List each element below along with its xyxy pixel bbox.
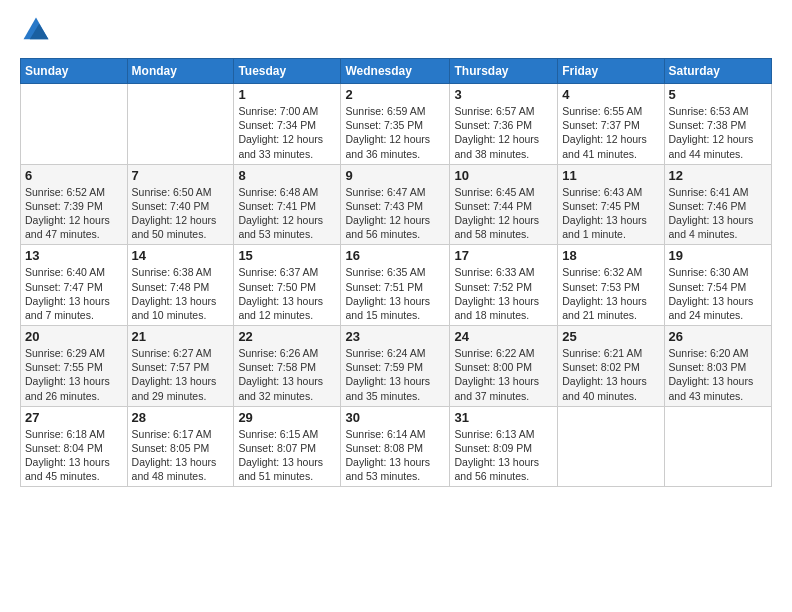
day-info: Sunrise: 6:35 AM Sunset: 7:51 PM Dayligh…	[345, 265, 445, 322]
calendar-day-cell: 22Sunrise: 6:26 AM Sunset: 7:58 PM Dayli…	[234, 326, 341, 407]
calendar-day-cell: 17Sunrise: 6:33 AM Sunset: 7:52 PM Dayli…	[450, 245, 558, 326]
day-number: 2	[345, 87, 445, 102]
day-number: 31	[454, 410, 553, 425]
calendar-day-cell: 1Sunrise: 7:00 AM Sunset: 7:34 PM Daylig…	[234, 84, 341, 165]
day-number: 11	[562, 168, 659, 183]
day-number: 7	[132, 168, 230, 183]
day-number: 23	[345, 329, 445, 344]
day-info: Sunrise: 6:14 AM Sunset: 8:08 PM Dayligh…	[345, 427, 445, 484]
day-number: 13	[25, 248, 123, 263]
day-number: 15	[238, 248, 336, 263]
day-number: 12	[669, 168, 767, 183]
day-number: 6	[25, 168, 123, 183]
day-number: 5	[669, 87, 767, 102]
day-number: 19	[669, 248, 767, 263]
day-info: Sunrise: 6:18 AM Sunset: 8:04 PM Dayligh…	[25, 427, 123, 484]
weekday-header-cell: Friday	[558, 59, 664, 84]
calendar-week-row: 13Sunrise: 6:40 AM Sunset: 7:47 PM Dayli…	[21, 245, 772, 326]
day-info: Sunrise: 6:29 AM Sunset: 7:55 PM Dayligh…	[25, 346, 123, 403]
weekday-header-cell: Thursday	[450, 59, 558, 84]
calendar-body: 1Sunrise: 7:00 AM Sunset: 7:34 PM Daylig…	[21, 84, 772, 487]
calendar-day-cell: 15Sunrise: 6:37 AM Sunset: 7:50 PM Dayli…	[234, 245, 341, 326]
calendar-day-cell: 5Sunrise: 6:53 AM Sunset: 7:38 PM Daylig…	[664, 84, 771, 165]
day-info: Sunrise: 6:27 AM Sunset: 7:57 PM Dayligh…	[132, 346, 230, 403]
calendar-day-cell: 16Sunrise: 6:35 AM Sunset: 7:51 PM Dayli…	[341, 245, 450, 326]
day-number: 27	[25, 410, 123, 425]
day-number: 8	[238, 168, 336, 183]
calendar-day-cell: 30Sunrise: 6:14 AM Sunset: 8:08 PM Dayli…	[341, 406, 450, 487]
page: SundayMondayTuesdayWednesdayThursdayFrid…	[0, 0, 792, 497]
weekday-header-row: SundayMondayTuesdayWednesdayThursdayFrid…	[21, 59, 772, 84]
day-info: Sunrise: 6:17 AM Sunset: 8:05 PM Dayligh…	[132, 427, 230, 484]
day-info: Sunrise: 6:45 AM Sunset: 7:44 PM Dayligh…	[454, 185, 553, 242]
day-info: Sunrise: 6:59 AM Sunset: 7:35 PM Dayligh…	[345, 104, 445, 161]
weekday-header-cell: Saturday	[664, 59, 771, 84]
day-info: Sunrise: 6:32 AM Sunset: 7:53 PM Dayligh…	[562, 265, 659, 322]
day-number: 1	[238, 87, 336, 102]
calendar-day-cell: 25Sunrise: 6:21 AM Sunset: 8:02 PM Dayli…	[558, 326, 664, 407]
calendar-day-cell: 18Sunrise: 6:32 AM Sunset: 7:53 PM Dayli…	[558, 245, 664, 326]
calendar-week-row: 6Sunrise: 6:52 AM Sunset: 7:39 PM Daylig…	[21, 164, 772, 245]
day-info: Sunrise: 6:30 AM Sunset: 7:54 PM Dayligh…	[669, 265, 767, 322]
calendar-day-cell: 6Sunrise: 6:52 AM Sunset: 7:39 PM Daylig…	[21, 164, 128, 245]
day-info: Sunrise: 6:52 AM Sunset: 7:39 PM Dayligh…	[25, 185, 123, 242]
day-number: 25	[562, 329, 659, 344]
calendar-day-cell: 3Sunrise: 6:57 AM Sunset: 7:36 PM Daylig…	[450, 84, 558, 165]
calendar-table: SundayMondayTuesdayWednesdayThursdayFrid…	[20, 58, 772, 487]
calendar-day-cell: 23Sunrise: 6:24 AM Sunset: 7:59 PM Dayli…	[341, 326, 450, 407]
day-number: 20	[25, 329, 123, 344]
day-info: Sunrise: 7:00 AM Sunset: 7:34 PM Dayligh…	[238, 104, 336, 161]
day-info: Sunrise: 6:26 AM Sunset: 7:58 PM Dayligh…	[238, 346, 336, 403]
day-info: Sunrise: 6:55 AM Sunset: 7:37 PM Dayligh…	[562, 104, 659, 161]
day-info: Sunrise: 6:40 AM Sunset: 7:47 PM Dayligh…	[25, 265, 123, 322]
calendar-day-cell: 2Sunrise: 6:59 AM Sunset: 7:35 PM Daylig…	[341, 84, 450, 165]
day-number: 10	[454, 168, 553, 183]
day-info: Sunrise: 6:53 AM Sunset: 7:38 PM Dayligh…	[669, 104, 767, 161]
day-info: Sunrise: 6:13 AM Sunset: 8:09 PM Dayligh…	[454, 427, 553, 484]
calendar-day-cell: 28Sunrise: 6:17 AM Sunset: 8:05 PM Dayli…	[127, 406, 234, 487]
calendar-day-cell: 29Sunrise: 6:15 AM Sunset: 8:07 PM Dayli…	[234, 406, 341, 487]
day-number: 28	[132, 410, 230, 425]
day-info: Sunrise: 6:43 AM Sunset: 7:45 PM Dayligh…	[562, 185, 659, 242]
day-info: Sunrise: 6:24 AM Sunset: 7:59 PM Dayligh…	[345, 346, 445, 403]
weekday-header-cell: Tuesday	[234, 59, 341, 84]
calendar-day-cell: 14Sunrise: 6:38 AM Sunset: 7:48 PM Dayli…	[127, 245, 234, 326]
calendar-week-row: 1Sunrise: 7:00 AM Sunset: 7:34 PM Daylig…	[21, 84, 772, 165]
calendar-day-cell: 24Sunrise: 6:22 AM Sunset: 8:00 PM Dayli…	[450, 326, 558, 407]
day-info: Sunrise: 6:50 AM Sunset: 7:40 PM Dayligh…	[132, 185, 230, 242]
day-info: Sunrise: 6:21 AM Sunset: 8:02 PM Dayligh…	[562, 346, 659, 403]
logo	[20, 16, 50, 48]
calendar-day-cell: 9Sunrise: 6:47 AM Sunset: 7:43 PM Daylig…	[341, 164, 450, 245]
weekday-header-cell: Monday	[127, 59, 234, 84]
calendar-day-cell	[664, 406, 771, 487]
header	[20, 16, 772, 48]
day-info: Sunrise: 6:15 AM Sunset: 8:07 PM Dayligh…	[238, 427, 336, 484]
day-number: 24	[454, 329, 553, 344]
day-number: 21	[132, 329, 230, 344]
day-number: 29	[238, 410, 336, 425]
calendar-day-cell: 20Sunrise: 6:29 AM Sunset: 7:55 PM Dayli…	[21, 326, 128, 407]
day-info: Sunrise: 6:20 AM Sunset: 8:03 PM Dayligh…	[669, 346, 767, 403]
day-number: 26	[669, 329, 767, 344]
calendar-day-cell: 7Sunrise: 6:50 AM Sunset: 7:40 PM Daylig…	[127, 164, 234, 245]
day-info: Sunrise: 6:57 AM Sunset: 7:36 PM Dayligh…	[454, 104, 553, 161]
calendar-day-cell	[558, 406, 664, 487]
calendar-day-cell: 10Sunrise: 6:45 AM Sunset: 7:44 PM Dayli…	[450, 164, 558, 245]
calendar-day-cell	[21, 84, 128, 165]
calendar-day-cell: 26Sunrise: 6:20 AM Sunset: 8:03 PM Dayli…	[664, 326, 771, 407]
day-info: Sunrise: 6:33 AM Sunset: 7:52 PM Dayligh…	[454, 265, 553, 322]
weekday-header-cell: Sunday	[21, 59, 128, 84]
day-number: 22	[238, 329, 336, 344]
day-number: 14	[132, 248, 230, 263]
calendar-week-row: 20Sunrise: 6:29 AM Sunset: 7:55 PM Dayli…	[21, 326, 772, 407]
calendar-day-cell: 12Sunrise: 6:41 AM Sunset: 7:46 PM Dayli…	[664, 164, 771, 245]
calendar-day-cell: 11Sunrise: 6:43 AM Sunset: 7:45 PM Dayli…	[558, 164, 664, 245]
day-number: 9	[345, 168, 445, 183]
day-info: Sunrise: 6:37 AM Sunset: 7:50 PM Dayligh…	[238, 265, 336, 322]
calendar-day-cell: 4Sunrise: 6:55 AM Sunset: 7:37 PM Daylig…	[558, 84, 664, 165]
calendar-day-cell: 31Sunrise: 6:13 AM Sunset: 8:09 PM Dayli…	[450, 406, 558, 487]
calendar-day-cell: 27Sunrise: 6:18 AM Sunset: 8:04 PM Dayli…	[21, 406, 128, 487]
day-info: Sunrise: 6:22 AM Sunset: 8:00 PM Dayligh…	[454, 346, 553, 403]
day-info: Sunrise: 6:38 AM Sunset: 7:48 PM Dayligh…	[132, 265, 230, 322]
calendar-day-cell: 8Sunrise: 6:48 AM Sunset: 7:41 PM Daylig…	[234, 164, 341, 245]
